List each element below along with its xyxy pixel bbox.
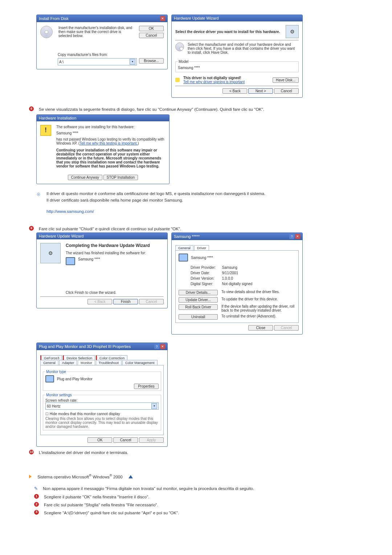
cert-note-2: Il driver certificato sarà disponibile n… [46, 197, 265, 204]
driver-properties-dialog: Samsung ***** ?✕ General Driver Samsung … [171, 232, 303, 335]
monitor-icon [66, 257, 75, 265]
warning-bold-text: Continuing your installation of this sof… [56, 148, 161, 168]
up-arrow-icon[interactable] [128, 475, 133, 478]
display-properties-dialog: Plug and Play Monitor and 3D Prophet III… [36, 343, 168, 447]
stop-installation-button[interactable]: STOP Installation [103, 175, 138, 180]
monitor-icon [45, 375, 54, 382]
step-8-text: Se viene visualizzata la seguente finest… [39, 106, 264, 113]
step-9-text: Fare clic sul pulsante "Chiudi" e quindi… [39, 226, 181, 232]
rollback-desc: If the device fails after updating the d… [221, 304, 295, 312]
click-finish-text: Click Finish to close the wizard. [66, 291, 164, 295]
back-button: < Back [87, 299, 112, 304]
select-heading: Select the device driver you want to ins… [175, 30, 282, 34]
update-driver-button[interactable]: Update Driver... [179, 297, 218, 303]
select-instruction: Select the manufacturer and model of you… [188, 42, 299, 54]
date-label: Driver Date: [190, 271, 221, 275]
signer-label: Digital Signer: [190, 281, 221, 286]
ok-button[interactable]: OK [139, 26, 164, 31]
browse-button[interactable]: Browse... [139, 58, 164, 64]
path-value: A:\ [59, 60, 64, 64]
rollback-button[interactable]: Roll Back Driver [179, 304, 218, 310]
path-select[interactable]: A:\ ▾ [58, 58, 137, 65]
properties-button[interactable]: Properties [134, 384, 159, 389]
copy-from-label: Copy manufacturer's files from: [58, 53, 164, 57]
checkbox-icon[interactable]: ☐ [45, 412, 49, 416]
instruction-text: Insert the manufacturer's installation d… [58, 26, 133, 38]
hardware-update-select-dialog: Hardware Update Wizard Select the device… [171, 15, 303, 98]
help-icon[interactable]: ? [154, 344, 159, 349]
tab-troubleshoot[interactable]: Troubleshoot [96, 360, 122, 365]
hardware-update-complete-dialog: Hardware Update Wizard ⚙ Completing the … [36, 232, 168, 308]
dialog-title: Plug and Play Monitor and 3D Prophet III… [39, 344, 131, 349]
refresh-rate-value: 60 Hertz [47, 404, 61, 408]
step-bullet-icon: 1 [34, 494, 39, 499]
tab-color-management[interactable]: Color Management [122, 360, 158, 365]
back-button[interactable]: < Back [222, 88, 247, 94]
step-bullet-icon: 10 [29, 450, 34, 454]
logo-test-link[interactable]: Tell me why this testing is important. [79, 141, 138, 145]
model-value[interactable]: Samsung **** [178, 65, 296, 70]
update-driver-desc: To update the driver for this device. [221, 297, 295, 301]
signing-link[interactable]: Tell me why driver signing is important [183, 80, 269, 84]
ok-button[interactable]: OK [87, 437, 112, 443]
os2000-step1: Scegliere il pulsante "OK" nella finestr… [44, 494, 150, 501]
warning-icon: ! [40, 125, 51, 136]
monitor-settings-label: Monitor settings [45, 393, 73, 397]
version-label: Driver Version: [190, 276, 221, 281]
continue-anyway-button[interactable]: Continue Anyway [68, 175, 102, 180]
driver-details-desc: To view details about the driver files. [221, 290, 295, 294]
close-button[interactable]: Close [248, 325, 273, 331]
tab-device-selection[interactable]: Device Selection [63, 355, 95, 360]
complete-heading: Completing the Hardware Update Wizard [66, 243, 150, 248]
device-name: Samsung **** [56, 131, 166, 135]
model-label: Model [178, 60, 189, 64]
tab-general[interactable]: General [40, 360, 58, 365]
next-button[interactable]: Next > [248, 88, 273, 94]
close-icon[interactable]: ✕ [160, 16, 165, 21]
monitor-type-value: Plug and Play Monitor [57, 377, 93, 381]
dialog-title: Install From Disk [39, 16, 69, 21]
monitor-type-group: Monitor type Plug and Play Monitor Prope… [43, 370, 161, 391]
version-value: 1.0.0.0 [221, 276, 253, 281]
driver-details-button[interactable]: Driver Details... [179, 290, 218, 295]
tab-general[interactable]: General [175, 245, 193, 250]
refresh-rate-label: Screen refresh rate: [45, 398, 159, 402]
cd-icon [40, 26, 53, 38]
monitor-icon [179, 254, 188, 262]
os2000-heading: Sistema operativo Microsoft® Windows® 20… [37, 473, 123, 481]
uninstall-button[interactable]: Uninstall [179, 314, 218, 320]
monitor-settings-group: Monitor settings Screen refresh rate: 60… [43, 393, 161, 430]
shield-icon [175, 78, 180, 82]
not-signed-text: This driver is not digitally signed! [183, 76, 241, 80]
cancel-button[interactable]: Cancel [113, 437, 138, 443]
close-icon[interactable]: ✕ [295, 234, 300, 239]
finish-button[interactable]: Finish [113, 299, 138, 304]
model-group: Model Samsung **** [175, 60, 299, 72]
os2000-step3: Scegliere "A:\(D:\driver)" quindi fare c… [44, 510, 179, 516]
tab-color-correction[interactable]: Color Correction [96, 355, 127, 360]
provider-value: Samsung [221, 265, 253, 270]
cancel-button: Cancel [274, 325, 299, 331]
samsung-url-link[interactable]: http://www.samsung.com/ [46, 209, 94, 214]
dialog-title: Hardware Update Wizard [174, 16, 219, 20]
logo-test-text: has not passed Windows Logo testing to v… [56, 137, 166, 145]
have-disk-button[interactable]: Have Disk... [273, 77, 299, 83]
date-value: 9/11/2001 [221, 271, 253, 275]
close-icon[interactable]: ✕ [160, 344, 165, 349]
tab-adapter[interactable]: Adapter [59, 360, 77, 365]
help-icon[interactable]: ? [289, 234, 294, 239]
device-name: Samsung **** [191, 256, 213, 260]
apply-button: Apply [139, 437, 164, 443]
note-icon: ✎ [34, 486, 38, 492]
cancel-button[interactable]: Cancel [139, 33, 164, 38]
chevron-down-icon[interactable]: ▾ [151, 403, 157, 409]
tab-monitor[interactable]: Monitor [78, 360, 95, 365]
cd-icon [175, 42, 184, 51]
chevron-down-icon[interactable]: ▾ [130, 59, 135, 65]
refresh-rate-select[interactable]: 60 Hertz ▾ [45, 402, 159, 410]
tab-driver[interactable]: Driver [194, 245, 209, 250]
install-icon: ⚙ [40, 243, 61, 263]
tab-geforce[interactable]: GeForce3 [40, 355, 62, 360]
step-10-text: L'installazione del driver del monitor è… [39, 450, 128, 456]
cancel-button[interactable]: Cancel [274, 88, 299, 94]
